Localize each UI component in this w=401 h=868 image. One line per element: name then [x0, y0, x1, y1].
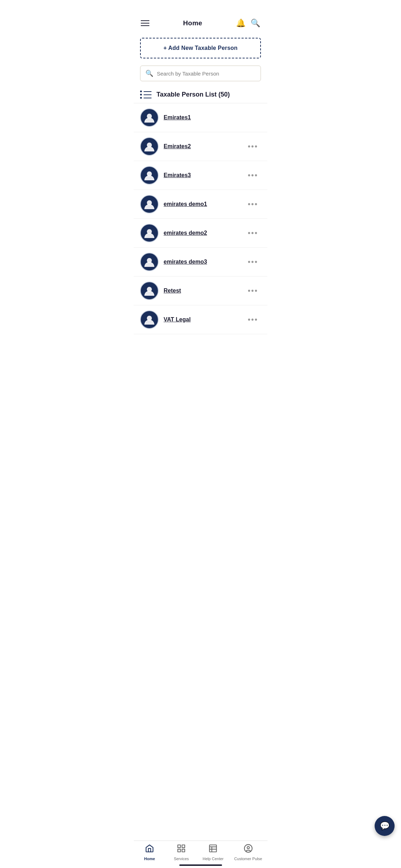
person-name: Emirates1: [164, 114, 191, 121]
app-header: Home 🔔 🔍: [134, 0, 267, 33]
notification-icon[interactable]: 🔔: [236, 19, 246, 28]
menu-button[interactable]: [141, 20, 149, 26]
search-header-icon[interactable]: 🔍: [251, 19, 260, 28]
avatar: [140, 195, 159, 213]
add-new-label: + Add New Taxable Person: [164, 45, 238, 51]
more-options-button[interactable]: •••: [245, 198, 261, 210]
person-name: VAT Legal: [164, 316, 191, 323]
person-left-2: Emirates3: [140, 166, 191, 185]
search-icon: 🔍: [145, 69, 153, 77]
person-name: emirates demo3: [164, 259, 207, 265]
avatar: [140, 108, 159, 127]
person-left-5: emirates demo3: [140, 253, 207, 271]
list-item[interactable]: Emirates3 •••: [134, 161, 267, 190]
search-bar[interactable]: 🔍: [140, 66, 261, 81]
list-item[interactable]: Emirates1: [134, 103, 267, 132]
more-options-button[interactable]: •••: [245, 227, 261, 239]
list-item[interactable]: Retest •••: [134, 277, 267, 305]
header-actions: 🔔 🔍: [236, 19, 260, 28]
person-left-0: Emirates1: [140, 108, 191, 127]
add-new-button[interactable]: + Add New Taxable Person: [140, 38, 261, 58]
more-options-button[interactable]: •••: [245, 140, 261, 153]
person-left-6: Retest: [140, 281, 181, 300]
person-name: Emirates2: [164, 143, 191, 150]
avatar: [140, 166, 159, 185]
list-item[interactable]: Emirates2 •••: [134, 132, 267, 161]
person-left-1: Emirates2: [140, 137, 191, 156]
list-item[interactable]: emirates demo3 •••: [134, 248, 267, 277]
avatar: [140, 310, 159, 329]
list-item[interactable]: emirates demo2 •••: [134, 219, 267, 248]
person-name: Retest: [164, 288, 181, 294]
page-title: Home: [183, 19, 202, 27]
more-options-button[interactable]: •••: [245, 285, 261, 297]
more-options-button[interactable]: •••: [245, 256, 261, 268]
list-header: Taxable Person List (50): [134, 87, 267, 103]
list-item[interactable]: VAT Legal •••: [134, 305, 267, 334]
list-icon: [140, 91, 151, 99]
person-name: emirates demo1: [164, 201, 207, 207]
avatar: [140, 253, 159, 271]
person-name: emirates demo2: [164, 230, 207, 236]
person-left-7: VAT Legal: [140, 310, 191, 329]
more-options-button[interactable]: •••: [245, 314, 261, 326]
search-input[interactable]: [157, 71, 256, 77]
more-options-button[interactable]: •••: [245, 169, 261, 181]
avatar: [140, 281, 159, 300]
avatar: [140, 137, 159, 156]
person-left-4: emirates demo2: [140, 224, 207, 242]
avatar: [140, 224, 159, 242]
list-header-text: Taxable Person List (50): [156, 91, 230, 98]
person-left-3: emirates demo1: [140, 195, 207, 213]
person-list: Emirates1 Emirates2 ••• Emirates3 •••: [134, 103, 267, 334]
person-name: Emirates3: [164, 172, 191, 179]
list-item[interactable]: emirates demo1 •••: [134, 190, 267, 219]
